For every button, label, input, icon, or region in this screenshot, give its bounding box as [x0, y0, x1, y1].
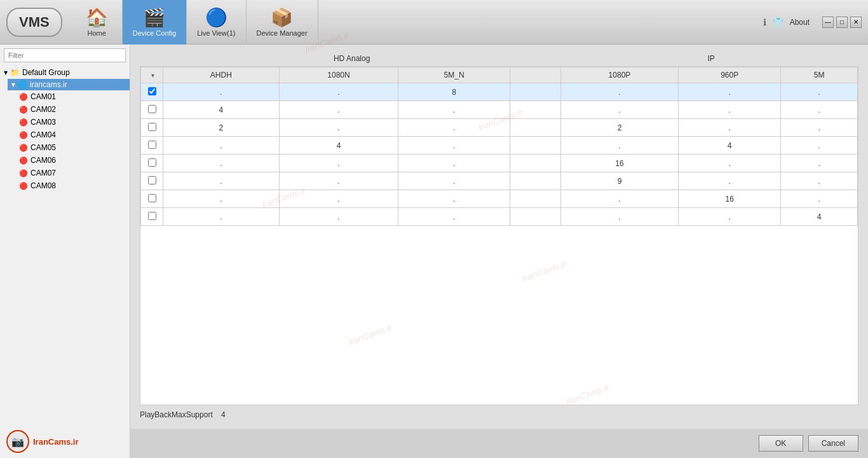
title-bar: VMS 🏠 Home 🎬 Device Config 🔵 Live View(1… — [0, 0, 868, 45]
cell-r960: . — [679, 172, 781, 190]
row-checkbox-6[interactable] — [141, 190, 163, 208]
cell-blank — [510, 83, 560, 101]
minimize-button[interactable]: — — [822, 17, 834, 28]
cell-blank — [510, 172, 560, 190]
cell-m5: . — [781, 137, 858, 155]
cell-m5n: . — [398, 101, 510, 119]
cell-m5: . — [781, 83, 858, 101]
sidebar-item-cam08[interactable]: 🔴 CAM08 — [15, 179, 130, 192]
tab-live-view[interactable]: 🔵 Live View(1) — [187, 0, 246, 45]
cell-ahdh: 2 — [163, 119, 280, 137]
content-area: HD Analog IP ▾ AHDH 1080N — [130, 45, 868, 429]
col-header-1080p: 1080P — [560, 67, 678, 83]
cell-r960: . — [679, 119, 781, 137]
window-controls: — □ ✕ — [822, 17, 862, 28]
cell-blank — [510, 190, 560, 208]
main-layout: ▾ 📁 Default Group ▾ 🌐 irancams.ir 🔴 CAM0… — [0, 45, 868, 458]
hd-analog-label: HD Analog — [334, 54, 370, 63]
device-config-icon: 🎬 — [143, 7, 165, 28]
cell-r960: . — [679, 155, 781, 172]
cell-m5: 4 — [781, 208, 858, 226]
title-bar-right: ℹ 👕 About — □ ✕ — [763, 17, 862, 28]
sidebar-item-cam05[interactable]: 🔴 CAM05 — [15, 141, 130, 154]
sidebar-item-cam04[interactable]: 🔴 CAM04 — [15, 128, 130, 141]
cell-ahdh: . — [163, 155, 280, 172]
about-button[interactable]: About — [790, 18, 810, 27]
close-button[interactable]: ✕ — [850, 17, 862, 28]
restore-button[interactable]: □ — [836, 17, 848, 28]
sidebar-item-cam02[interactable]: 🔴 CAM02 — [15, 103, 130, 116]
cell-m5: . — [781, 119, 858, 137]
cam-icon: 🔴 — [19, 182, 28, 190]
row-checkbox-0[interactable] — [141, 83, 163, 101]
tab-device-config[interactable]: 🎬 Device Config — [123, 0, 187, 45]
cell-p1080: 9 — [560, 172, 678, 190]
cell-r960: 16 — [679, 190, 781, 208]
cell-ahdh: 4 — [163, 101, 280, 119]
config-table: ▾ AHDH 1080N 5M_N 1080P 960P 5M ..8...4.… — [140, 67, 858, 226]
cell-p1080: 16 — [560, 155, 678, 172]
tab-home[interactable]: 🏠 Home — [72, 0, 123, 45]
cam-icon: 🔴 — [19, 118, 28, 127]
info-icon: ℹ — [763, 17, 766, 27]
camera-list: 🔴 CAM01 🔴 CAM02 🔴 CAM03 🔴 CAM04 🔴 — [15, 90, 130, 192]
cell-p1080: . — [560, 137, 678, 155]
row-checkbox-1[interactable] — [141, 101, 163, 119]
col-header-5m: 5M — [781, 67, 858, 83]
cell-ahdh: . — [163, 190, 280, 208]
cell-r960: . — [679, 208, 781, 226]
cell-blank — [510, 101, 560, 119]
cell-m5n: . — [398, 208, 510, 226]
table-row: ..8... — [141, 83, 858, 101]
cell-m5: . — [781, 101, 858, 119]
cell-n1080: . — [279, 83, 398, 101]
nav-tabs: 🏠 Home 🎬 Device Config 🔵 Live View(1) 📦 … — [72, 0, 318, 45]
ip-label: IP — [707, 54, 714, 63]
row-checkbox-3[interactable] — [141, 137, 163, 155]
row-checkbox-5[interactable] — [141, 172, 163, 190]
cam-icon: 🔴 — [19, 169, 28, 177]
table-row: .4..4. — [141, 137, 858, 155]
cell-ahdh: . — [163, 208, 280, 226]
cell-n1080: . — [279, 172, 398, 190]
config-table-wrapper: ▾ AHDH 1080N 5M_N 1080P 960P 5M ..8...4.… — [140, 66, 858, 405]
expand-icon: ▾ — [4, 68, 8, 77]
row-checkbox-7[interactable] — [141, 208, 163, 226]
vms-logo: VMS — [6, 8, 62, 37]
cell-m5: . — [781, 190, 858, 208]
cell-p1080: . — [560, 101, 678, 119]
table-row: ...16.. — [141, 155, 858, 172]
cell-blank — [510, 137, 560, 155]
logo-circle: 📷 — [6, 430, 29, 453]
cell-n1080: . — [279, 208, 398, 226]
tab-device-manager[interactable]: 📦 Device Manager — [247, 0, 318, 45]
cell-blank — [510, 119, 560, 137]
row-checkbox-4[interactable] — [141, 155, 163, 172]
playback-value: 4 — [221, 410, 226, 419]
sidebar-item-irancams[interactable]: ▾ 🌐 irancams.ir — [8, 79, 130, 90]
cell-m5n: . — [398, 190, 510, 208]
cam-icon: 🔴 — [19, 156, 28, 165]
logo-icon: 📷 — [11, 436, 24, 448]
sidebar-item-cam01[interactable]: 🔴 CAM01 — [15, 90, 130, 103]
cell-ahdh: . — [163, 172, 280, 190]
col-header-1080n: 1080N — [279, 67, 398, 83]
sidebar-item-cam03[interactable]: 🔴 CAM03 — [15, 116, 130, 128]
cell-n1080: . — [279, 101, 398, 119]
home-icon: 🏠 — [86, 7, 108, 28]
sidebar: ▾ 📁 Default Group ▾ 🌐 irancams.ir 🔴 CAM0… — [0, 45, 130, 458]
cam-icon: 🔴 — [19, 131, 28, 139]
filter-input[interactable] — [4, 48, 126, 62]
cell-blank — [510, 208, 560, 226]
cancel-button[interactable]: Cancel — [808, 435, 858, 452]
cell-n1080: . — [279, 155, 398, 172]
logo-text: IranCams.ir — [33, 437, 79, 447]
sidebar-item-cam06[interactable]: 🔴 CAM06 — [15, 154, 130, 167]
ok-button[interactable]: OK — [759, 435, 803, 452]
sidebar-item-cam07[interactable]: 🔴 CAM07 — [15, 167, 130, 179]
cell-n1080: . — [279, 190, 398, 208]
row-checkbox-2[interactable] — [141, 119, 163, 137]
cell-n1080: . — [279, 119, 398, 137]
bottom-bar: OK Cancel — [130, 429, 868, 458]
cam-icon: 🔴 — [19, 106, 28, 114]
